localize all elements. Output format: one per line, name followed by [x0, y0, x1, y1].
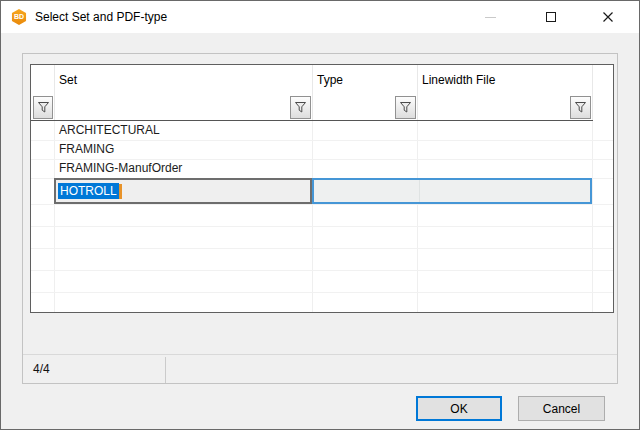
row-line	[31, 270, 613, 271]
column-line	[419, 180, 420, 202]
filter-button-type[interactable]	[395, 96, 416, 119]
maximize-icon	[546, 12, 556, 22]
record-count: 4/4	[33, 355, 50, 384]
table-row-architectural[interactable]: ARCHITECTURAL	[54, 121, 312, 140]
filter-button-row-header[interactable]	[33, 96, 53, 119]
filter-button-linewidth-file[interactable]	[570, 96, 591, 119]
funnel-icon	[294, 101, 307, 114]
column-line	[312, 121, 313, 312]
column-line	[592, 121, 593, 312]
close-button[interactable]	[585, 2, 631, 32]
table-row-framing-manuforder[interactable]: FRAMING-ManufOrder	[54, 159, 312, 178]
minimize-icon	[485, 17, 496, 18]
funnel-icon	[574, 101, 587, 114]
filter-button-set[interactable]	[290, 96, 311, 119]
column-line	[417, 121, 418, 312]
set-cell-editor[interactable]: HOTROLL	[54, 178, 312, 204]
set-table: Set Type Linewidth File	[30, 64, 614, 313]
maximize-button[interactable]	[528, 2, 574, 32]
filter-input-type[interactable]	[313, 95, 394, 120]
window-title: Select Set and PDF-type	[35, 1, 167, 33]
header-divider	[592, 65, 593, 120]
row-line	[31, 248, 613, 249]
text-caret	[119, 184, 122, 199]
funnel-icon	[37, 101, 50, 114]
dialog-select-set-and-pdf-type: BD Select Set and PDF-type Set Type Line…	[0, 0, 640, 430]
minimize-button	[467, 2, 513, 32]
filter-input-set[interactable]	[55, 95, 289, 120]
grid-status-bar: 4/4	[23, 354, 617, 383]
app-icon: BD	[11, 9, 27, 25]
row-line	[31, 292, 613, 293]
filter-input-linewidth-file[interactable]	[418, 95, 569, 120]
status-divider	[165, 357, 166, 383]
focused-row-cells[interactable]	[312, 178, 592, 204]
row-line	[31, 204, 613, 205]
table-row-framing[interactable]: FRAMING	[54, 140, 312, 159]
ok-button[interactable]: OK	[416, 396, 502, 421]
column-header-set[interactable]: Set	[59, 65, 77, 94]
selected-edit-text: HOTROLL	[58, 183, 119, 199]
column-header-linewidth-file[interactable]: Linewidth File	[422, 65, 495, 94]
row-line	[31, 226, 613, 227]
cancel-button[interactable]: Cancel	[518, 396, 605, 421]
title-bar: BD Select Set and PDF-type	[1, 1, 639, 33]
grid-panel: Set Type Linewidth File	[22, 53, 618, 384]
close-icon	[602, 11, 614, 23]
column-header-type[interactable]: Type	[317, 65, 343, 94]
funnel-icon	[399, 101, 412, 114]
